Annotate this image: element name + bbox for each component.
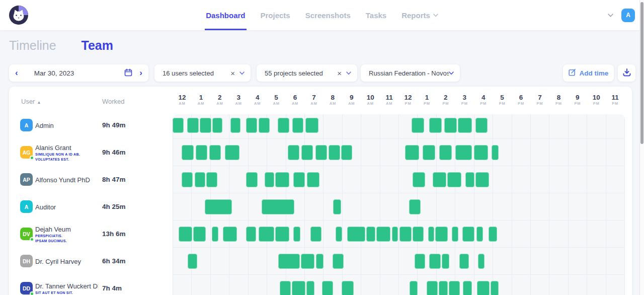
time-block[interactable] bbox=[225, 145, 239, 160]
users-filter-select[interactable]: 16 users selected × bbox=[154, 64, 251, 82]
time-block[interactable] bbox=[278, 118, 289, 133]
clear-users-icon[interactable]: × bbox=[230, 69, 235, 78]
user-name[interactable]: Dr. Tanner Wuckert DD... bbox=[35, 282, 98, 290]
time-block[interactable] bbox=[307, 172, 319, 187]
avatar[interactable]: DV bbox=[20, 228, 33, 240]
time-block[interactable] bbox=[409, 199, 421, 214]
time-block[interactable] bbox=[492, 145, 499, 160]
time-block[interactable] bbox=[476, 227, 483, 242]
time-block[interactable] bbox=[265, 172, 274, 187]
timezone-select[interactable]: Russian Federation - Novosib ... bbox=[361, 64, 460, 82]
time-block[interactable] bbox=[489, 227, 498, 242]
time-block[interactable] bbox=[301, 254, 314, 269]
time-block[interactable] bbox=[444, 118, 457, 133]
time-block[interactable] bbox=[439, 281, 448, 295]
time-block[interactable] bbox=[410, 281, 418, 295]
avatar[interactable]: AP bbox=[20, 173, 33, 186]
time-block[interactable] bbox=[212, 118, 222, 133]
time-block[interactable] bbox=[259, 118, 270, 133]
time-block[interactable] bbox=[336, 227, 342, 242]
time-block[interactable] bbox=[305, 118, 318, 133]
time-block[interactable] bbox=[293, 172, 305, 187]
time-block[interactable] bbox=[429, 254, 441, 269]
time-block[interactable] bbox=[475, 172, 489, 187]
time-block[interactable] bbox=[205, 199, 232, 214]
time-block[interactable] bbox=[435, 227, 448, 242]
time-block[interactable] bbox=[179, 227, 192, 242]
time-block[interactable] bbox=[442, 254, 449, 269]
time-block[interactable] bbox=[462, 227, 474, 242]
time-block[interactable] bbox=[187, 118, 199, 133]
time-block[interactable] bbox=[465, 172, 474, 187]
time-block[interactable] bbox=[262, 199, 294, 214]
date-picker[interactable]: ‹ Mar 30, 2023 › bbox=[9, 64, 148, 82]
time-block[interactable] bbox=[280, 281, 291, 295]
avatar[interactable]: A bbox=[20, 200, 33, 213]
time-block[interactable] bbox=[196, 145, 207, 160]
time-block[interactable] bbox=[316, 254, 324, 269]
time-block[interactable] bbox=[322, 281, 333, 295]
time-block[interactable] bbox=[292, 281, 305, 295]
time-block[interactable] bbox=[463, 281, 472, 295]
time-block[interactable] bbox=[376, 227, 390, 242]
time-block[interactable] bbox=[333, 199, 341, 214]
time-block[interactable] bbox=[206, 172, 217, 187]
user-name[interactable]: Auditor bbox=[35, 203, 98, 211]
projects-filter-select[interactable]: 55 projects selected × bbox=[257, 64, 357, 82]
time-block[interactable] bbox=[415, 254, 425, 269]
time-block[interactable] bbox=[246, 118, 257, 133]
time-block[interactable] bbox=[449, 281, 460, 295]
time-block[interactable] bbox=[306, 281, 314, 295]
time-block[interactable] bbox=[212, 227, 218, 242]
time-block[interactable] bbox=[458, 118, 472, 133]
avatar[interactable]: DD bbox=[20, 282, 33, 294]
time-block[interactable] bbox=[405, 145, 419, 160]
time-block[interactable] bbox=[412, 118, 424, 133]
nav-item-reports[interactable]: Reports bbox=[401, 0, 438, 30]
time-block[interactable] bbox=[459, 254, 469, 269]
time-block[interactable] bbox=[329, 145, 340, 160]
time-block[interactable] bbox=[447, 172, 461, 187]
nav-item-dashboard[interactable]: Dashboard bbox=[206, 0, 245, 30]
time-block[interactable] bbox=[246, 172, 258, 187]
prev-day-arrow[interactable]: ‹ bbox=[15, 68, 18, 78]
user-name[interactable]: Alfonso Yundt PhD bbox=[35, 176, 98, 184]
add-time-button[interactable]: Add time bbox=[563, 64, 614, 82]
time-block[interactable] bbox=[366, 227, 375, 242]
time-block[interactable] bbox=[475, 118, 487, 133]
user-name[interactable]: Dejah Veum bbox=[35, 226, 98, 233]
time-block[interactable] bbox=[428, 227, 434, 242]
time-block[interactable] bbox=[413, 172, 425, 187]
time-block[interactable] bbox=[223, 227, 237, 242]
time-block[interactable] bbox=[182, 145, 194, 160]
download-button[interactable] bbox=[618, 64, 635, 82]
time-block[interactable] bbox=[182, 172, 193, 187]
time-block[interactable] bbox=[259, 227, 274, 242]
users-chevron-down-icon[interactable] bbox=[239, 71, 245, 75]
tab-timeline[interactable]: Timeline bbox=[9, 38, 56, 53]
time-block[interactable] bbox=[293, 227, 300, 242]
nav-item-screenshots[interactable]: Screenshots bbox=[305, 0, 351, 30]
time-block[interactable] bbox=[399, 227, 412, 242]
avatar[interactable]: DH bbox=[20, 255, 33, 267]
time-block[interactable] bbox=[474, 145, 488, 160]
time-block[interactable] bbox=[452, 227, 458, 242]
time-block[interactable] bbox=[275, 172, 289, 187]
time-block[interactable] bbox=[301, 145, 313, 160]
time-block[interactable] bbox=[342, 281, 354, 295]
nav-item-tasks[interactable]: Tasks bbox=[366, 0, 386, 30]
time-block[interactable] bbox=[292, 118, 303, 133]
time-block[interactable] bbox=[477, 281, 490, 295]
time-block[interactable] bbox=[341, 145, 352, 160]
page-scrollbar[interactable] bbox=[639, 0, 644, 295]
time-block[interactable] bbox=[429, 118, 442, 133]
account-chevron-down-icon[interactable] bbox=[608, 14, 613, 17]
time-block[interactable] bbox=[333, 254, 344, 269]
time-block[interactable] bbox=[413, 227, 424, 242]
time-block[interactable] bbox=[230, 118, 240, 133]
time-block[interactable] bbox=[392, 227, 398, 242]
time-block[interactable] bbox=[195, 172, 205, 187]
time-block[interactable] bbox=[347, 227, 365, 242]
time-block[interactable] bbox=[310, 227, 321, 242]
time-block[interactable] bbox=[275, 227, 289, 242]
